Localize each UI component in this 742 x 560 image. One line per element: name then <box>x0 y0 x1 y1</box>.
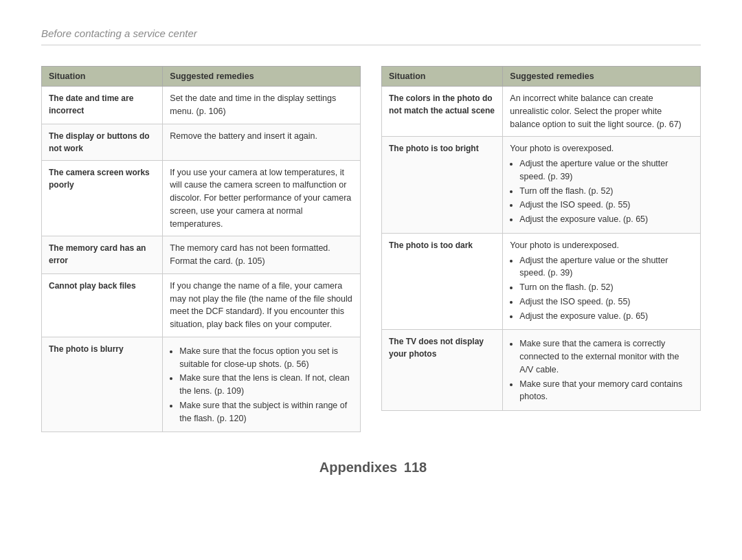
table-row: The TV does not display your photosMake … <box>382 330 701 411</box>
table-row: The photo is blurryMake sure that the fo… <box>42 337 361 432</box>
right-col-situation: Situation <box>382 67 503 87</box>
remedy-cell: Your photo is overexposed.Adjust the ape… <box>503 137 701 234</box>
list-item: Make sure that the lens is clean. If not… <box>179 372 353 398</box>
list-item: Make sure that the camera is correctly c… <box>519 337 693 376</box>
table-row: The camera screen works poorlyIf you use… <box>42 160 361 236</box>
right-table: Situation Suggested remedies The colors … <box>381 66 701 432</box>
situation-cell: The date and time are incorrect <box>42 87 163 124</box>
table-row: The memory card has an errorThe memory c… <box>42 236 361 274</box>
list-item: Adjust the ISO speed. (p. 55) <box>519 295 693 309</box>
right-col-remedies: Suggested remedies <box>503 67 701 87</box>
list-item: Turn on the flash. (p. 52) <box>519 281 693 294</box>
remedy-cell: The memory card has not been formatted. … <box>163 236 361 274</box>
remedy-cell: Set the date and time in the display set… <box>163 87 361 124</box>
remedy-text: Remove the battery and insert it again. <box>170 130 353 143</box>
list-item: Make sure that the focus option you set … <box>179 345 353 371</box>
list-item: Adjust the aperture value or the shutter… <box>519 254 693 280</box>
footer-text: Appendixes <box>319 460 397 475</box>
remedy-text: Your photo is underexposed. <box>510 239 693 252</box>
situation-cell: The camera screen works poorly <box>42 160 163 236</box>
situation-cell: The photo is blurry <box>42 337 163 432</box>
remedy-text: Set the date and time in the display set… <box>170 92 353 118</box>
remedy-text: Your photo is overexposed. <box>510 142 693 155</box>
remedy-cell: Make sure that the camera is correctly c… <box>503 330 701 411</box>
situation-cell: The photo is too dark <box>382 233 503 330</box>
page-title: Before contacting a service center <box>41 27 701 45</box>
table-row: Cannot play back filesIf you change the … <box>42 273 361 337</box>
list-item: Adjust the aperture value or the shutter… <box>519 157 693 183</box>
remedy-cell: Remove the battery and insert it again. <box>163 124 361 160</box>
table-row: The date and time are incorrectSet the d… <box>42 87 361 124</box>
situation-cell: The TV does not display your photos <box>382 330 503 411</box>
remedy-cell: If you use your camera at low temperatur… <box>163 160 361 236</box>
situation-cell: The colors in the photo do not match the… <box>382 87 503 137</box>
table-row: The display or buttons do not workRemove… <box>42 124 361 160</box>
remedy-cell: Your photo is underexposed.Adjust the ap… <box>503 233 701 330</box>
remedy-cell: Make sure that the focus option you set … <box>163 337 361 432</box>
remedy-text: An incorrect white balance can create un… <box>510 92 693 131</box>
list-item: Adjust the exposure value. (p. 65) <box>519 310 693 323</box>
footer-page: 118 <box>404 460 427 475</box>
left-col-remedies: Suggested remedies <box>163 67 361 87</box>
list-item: Make sure that the subject is within ran… <box>179 399 353 425</box>
list-item: Make sure that your memory card contains… <box>519 378 693 404</box>
remedy-cell: An incorrect white balance can create un… <box>503 87 701 137</box>
situation-cell: Cannot play back files <box>42 273 163 337</box>
remedy-text: If you use your camera at low temperatur… <box>170 166 353 231</box>
list-item: Adjust the exposure value. (p. 65) <box>519 213 693 226</box>
left-col-situation: Situation <box>42 67 163 87</box>
situation-cell: The memory card has an error <box>42 236 163 274</box>
list-item: Turn off the flash. (p. 52) <box>519 185 693 198</box>
list-item: Adjust the ISO speed. (p. 55) <box>519 199 693 212</box>
situation-cell: The display or buttons do not work <box>42 124 163 160</box>
table-row: The colors in the photo do not match the… <box>382 87 701 137</box>
situation-cell: The photo is too bright <box>382 137 503 234</box>
left-table: Situation Suggested remedies The date an… <box>41 66 361 432</box>
remedy-text: The memory card has not been formatted. … <box>170 242 353 268</box>
table-row: The photo is too brightYour photo is ove… <box>382 137 701 234</box>
remedy-text: If you change the name of a file, your c… <box>170 280 353 331</box>
page-footer: Appendixes 118 <box>41 460 701 475</box>
table-row: The photo is too darkYour photo is under… <box>382 233 701 330</box>
remedy-cell: If you change the name of a file, your c… <box>163 273 361 337</box>
